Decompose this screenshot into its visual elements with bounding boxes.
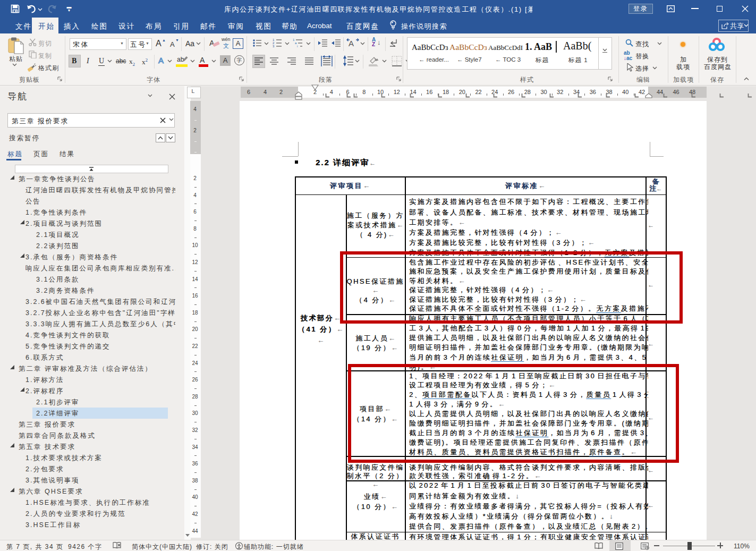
svg-text:3: 3: [273, 45, 275, 47]
svg-text:i: i: [297, 45, 298, 47]
